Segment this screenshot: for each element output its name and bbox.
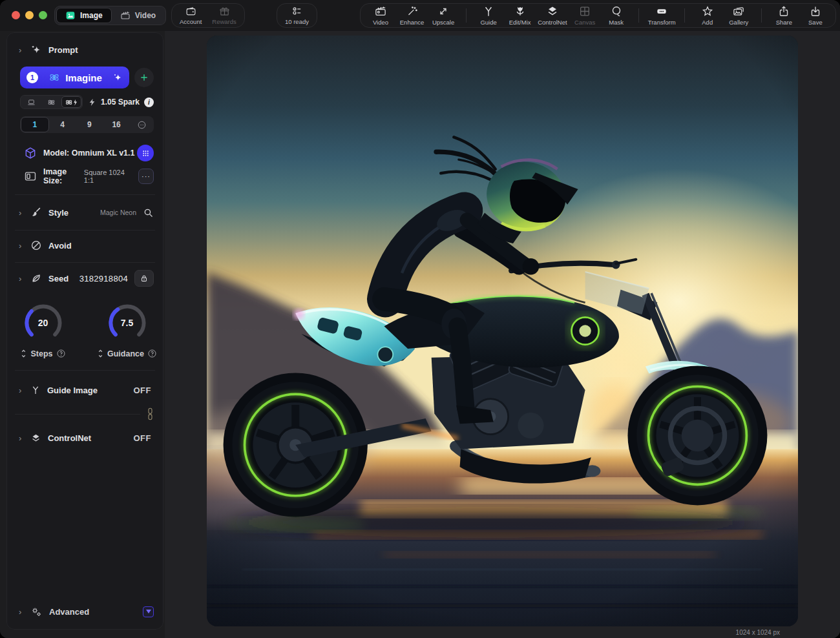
- guide-image-label: Guide Image: [47, 386, 98, 395]
- toolbar-canvas-button: Canvas: [571, 5, 598, 26]
- local-device-option[interactable]: [21, 96, 41, 108]
- account-label: Account: [180, 18, 202, 25]
- add-generation-button[interactable]: [134, 68, 154, 87]
- batch-option-1[interactable]: 1: [21, 117, 49, 132]
- toolbar-save-button[interactable]: Save: [802, 5, 829, 26]
- toolbar-editmix-button[interactable]: Edit/Mix: [507, 5, 534, 26]
- guide-fork-icon: [482, 5, 495, 17]
- model-picker-button[interactable]: [137, 145, 154, 161]
- image-size-menu-button[interactable]: ···: [138, 169, 154, 184]
- toolbar-upscale-label: Upscale: [432, 19, 454, 26]
- toolbar-enhance-button[interactable]: Enhance: [399, 5, 426, 26]
- batch-option-16[interactable]: 16: [103, 117, 130, 132]
- prompt-section-header[interactable]: › Prompt: [7, 42, 163, 57]
- chevron-right-icon: ›: [19, 274, 26, 283]
- seed-row[interactable]: › Seed 3182918804: [7, 269, 163, 288]
- imagine-button[interactable]: 1 Imagine: [20, 67, 129, 88]
- toolbar-transform-button[interactable]: Transform: [648, 5, 676, 26]
- toolbar-share-button[interactable]: Share: [770, 5, 797, 26]
- close-window-button[interactable]: [12, 11, 20, 19]
- toolbar-guide-button[interactable]: Guide: [475, 5, 502, 26]
- toolbar-gallery-button[interactable]: Gallery: [725, 5, 752, 26]
- advanced-row[interactable]: › Advanced: [7, 602, 163, 621]
- atom-icon: [48, 72, 60, 83]
- toolbar-mask-button[interactable]: Mask: [603, 5, 630, 26]
- seed-label: Seed: [48, 274, 68, 283]
- steps-dial[interactable]: 20 Steps: [16, 302, 70, 358]
- chevron-right-icon: ›: [19, 208, 26, 218]
- batch-option-9[interactable]: 9: [76, 117, 103, 132]
- queue-status: 10 ready: [277, 3, 317, 28]
- generated-image[interactable]: [207, 36, 798, 626]
- stepper-icon[interactable]: [97, 349, 104, 358]
- lock-icon: [140, 274, 149, 283]
- toolbar-canvas-label: Canvas: [574, 19, 595, 26]
- toolbar-video-button[interactable]: Video: [367, 5, 394, 26]
- help-icon[interactable]: [147, 349, 157, 358]
- search-icon[interactable]: [143, 207, 154, 218]
- turbo-cloud-option[interactable]: [61, 96, 81, 108]
- seed-leaf-icon: [30, 273, 42, 284]
- sidebar-spacer: [7, 447, 163, 602]
- image-size-row: Image Size: Square 1024 1:1 ···: [7, 167, 163, 185]
- atom-bolt-icon: [65, 98, 79, 107]
- gallery-icon: [732, 5, 745, 17]
- top-toolbar: Image Video Account Rewards 10 ready: [0, 0, 840, 31]
- zoom-window-button[interactable]: [39, 11, 47, 19]
- steps-gauge[interactable]: 20: [23, 302, 64, 344]
- guidance-value: 7.5: [107, 302, 148, 344]
- stepper-icon[interactable]: [20, 349, 27, 358]
- image-dimensions-label: 1024 x 1024 px: [207, 629, 798, 636]
- chevron-right-icon: ›: [19, 386, 26, 395]
- batch-count-selector: 1 4 9 16: [20, 116, 154, 133]
- divider: [15, 370, 155, 371]
- ready-button[interactable]: 10 ready: [285, 6, 309, 25]
- guide-image-row[interactable]: › Guide Image OFF: [7, 381, 163, 399]
- guidance-gauge[interactable]: 7.5: [107, 302, 148, 344]
- chain-link-icon[interactable]: [145, 407, 155, 421]
- minimize-window-button[interactable]: [25, 11, 34, 19]
- avoid-label: Avoid: [48, 241, 72, 251]
- tab-video[interactable]: Video: [112, 8, 164, 23]
- toolbar-upscale-button[interactable]: Upscale: [430, 5, 457, 26]
- ellipsis-circle-icon: [137, 120, 147, 130]
- account-button[interactable]: Account: [180, 6, 202, 25]
- seed-lock-button[interactable]: [134, 270, 154, 287]
- image-video-switch: Image Video: [54, 6, 166, 25]
- toolbar-add-label: Add: [702, 19, 713, 26]
- tab-image[interactable]: Image: [56, 8, 112, 23]
- chevron-right-icon: ›: [19, 45, 26, 55]
- guide-fork-icon: [30, 385, 41, 395]
- triangle-down-icon: [146, 610, 151, 613]
- guidance-label: Guidance: [107, 349, 144, 358]
- toolbar-controlnet-button[interactable]: ControlNet: [538, 5, 567, 26]
- rewards-button[interactable]: Rewards: [212, 6, 236, 25]
- info-icon[interactable]: i: [144, 98, 154, 107]
- share-icon: [777, 5, 790, 17]
- help-icon[interactable]: [56, 349, 66, 358]
- laptop-icon: [27, 98, 36, 107]
- controlnet-state: OFF: [134, 433, 152, 443]
- cloud-option[interactable]: [41, 96, 61, 108]
- linked-divider: [15, 407, 155, 421]
- guidance-dial[interactable]: 7.5 Guidance: [100, 302, 154, 358]
- steps-label: Steps: [30, 349, 52, 358]
- toolbar-transform-label: Transform: [648, 19, 676, 26]
- batch-more-button[interactable]: [130, 117, 153, 132]
- toolbar-controlnet-label: ControlNet: [538, 19, 567, 26]
- content-area: › Prompt 1 Imagine: [0, 31, 840, 638]
- image-size-label: Image Size:: [43, 167, 84, 185]
- transform-ellipsis-icon: [655, 5, 668, 17]
- paintbrush-icon: [30, 207, 42, 218]
- toolbar-add-button[interactable]: Add: [694, 5, 721, 26]
- controlnet-row[interactable]: › ControlNet OFF: [7, 429, 163, 447]
- prompt-sparkle-icon: [30, 44, 42, 56]
- grid-dots-icon: [142, 149, 150, 158]
- compute-mode-switch: [20, 95, 83, 109]
- advanced-expand-button[interactable]: [143, 606, 154, 617]
- batch-option-4[interactable]: 4: [49, 117, 76, 132]
- model-row: Model: Omnium XL v1.1: [7, 144, 163, 162]
- image-size-value: Square 1024 1:1: [84, 169, 132, 184]
- style-row[interactable]: › Style Magic Neon: [7, 203, 163, 222]
- avoid-row[interactable]: › Avoid: [7, 236, 163, 254]
